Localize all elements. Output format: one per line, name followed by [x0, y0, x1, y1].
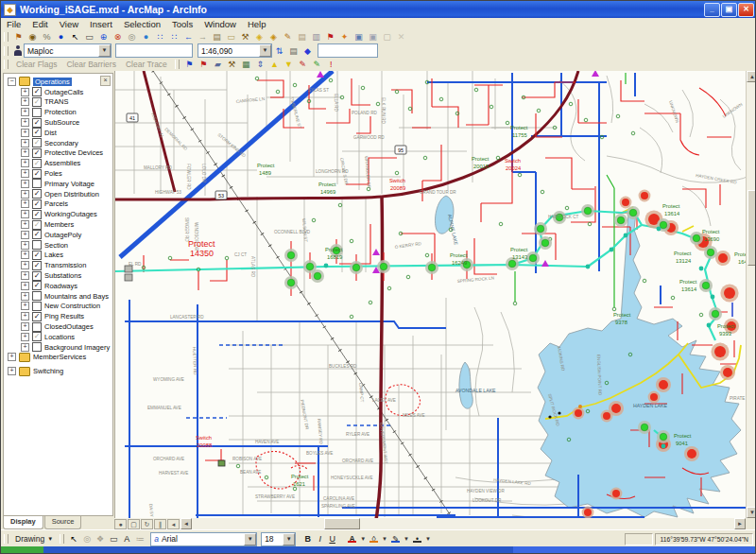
layer-label[interactable]: Members [44, 220, 74, 229]
sketch-pencil-icon[interactable]: ✎ [282, 31, 294, 43]
back-extent-icon[interactable]: ← [182, 31, 195, 43]
chevron-down-icon[interactable]: ▼ [98, 44, 111, 57]
scroll-left-extra-button[interactable]: ◂ [167, 519, 180, 529]
toolbar-grip[interactable] [4, 46, 9, 56]
layer-checkbox[interactable]: ✓ [32, 251, 42, 260]
layout-view-button[interactable]: ▢ [128, 519, 140, 529]
full-extent-icon[interactable]: ● [140, 31, 152, 43]
chevron-down-icon[interactable]: ▼ [244, 533, 256, 545]
expander-icon[interactable]: + [8, 367, 16, 375]
toc-group-switching[interactable]: +Switching [6, 366, 112, 376]
expander-icon[interactable]: + [21, 199, 29, 208]
italic-button[interactable]: I [314, 533, 326, 545]
toc-layer-outagecalls[interactable]: +✓OutageCalls [6, 87, 112, 97]
pause-drawing-button[interactable]: ∥ [154, 519, 166, 529]
scroll-down-icon[interactable]: ▼ [747, 507, 756, 518]
layer-checkbox[interactable]: ✓ [32, 148, 42, 158]
layer-label[interactable]: Mountains and Bays [44, 292, 109, 301]
minimize-button[interactable]: _ [704, 3, 720, 17]
toolbar-grip[interactable] [175, 60, 180, 69]
flash-find-icon[interactable]: ⇅ [273, 45, 285, 57]
data-view-button[interactable]: ● [114, 519, 127, 529]
effects-icon[interactable]: ✦ [338, 31, 351, 43]
font-combobox[interactable]: a Arial ▼ [150, 532, 257, 546]
trace-down-icon[interactable]: ▼ [283, 59, 295, 70]
green-pencil-icon[interactable]: ✎ [311, 59, 323, 70]
clear-trace-button[interactable]: Clear Trace [121, 60, 172, 69]
layer-label[interactable]: Primary Voltage [44, 180, 94, 188]
layer-checkbox[interactable]: ✓ [32, 261, 42, 270]
layer-checkbox[interactable]: ✓ [32, 169, 42, 179]
layer-label[interactable]: Poles [44, 169, 62, 178]
expander-icon[interactable]: + [21, 322, 29, 331]
layer-checkbox[interactable] [32, 342, 42, 352]
toc-group-label[interactable]: Operations [33, 78, 72, 86]
maximize-button[interactable]: ▣ [721, 3, 737, 17]
add-barrier-icon[interactable]: ⚑ [198, 59, 210, 70]
shape-tool-icon[interactable]: ▭ [107, 533, 120, 545]
font-color-button[interactable]: A [344, 535, 360, 543]
expander-icon[interactable]: + [21, 190, 29, 199]
menu-tools[interactable]: Tools [166, 19, 198, 29]
toc-layer-mountains-and-bays[interactable]: +Mountains and Bays [6, 291, 112, 302]
map-vertical-scrollbar[interactable]: ▲ ▼ [746, 71, 756, 518]
clip-tool-icon[interactable]: % [41, 31, 53, 43]
close-button[interactable]: ✕ [738, 3, 754, 17]
layer-checkbox[interactable] [32, 240, 42, 250]
layer-checkbox[interactable]: ✓ [32, 230, 42, 239]
layer-label[interactable]: ClosedOutages [44, 322, 94, 331]
fixed-zoom-out-icon[interactable]: ∷ [168, 31, 180, 43]
layer-checkbox[interactable]: ✓ [32, 332, 42, 341]
clear-barriers-button[interactable]: Clear Barriers [61, 60, 120, 69]
line-color-button[interactable]: ✎ [387, 535, 404, 543]
layer-label[interactable]: Locations [44, 333, 75, 341]
layer-checkbox[interactable] [32, 179, 42, 188]
hyperlink-icon[interactable]: ◈ [253, 31, 266, 43]
toolbar-grip[interactable] [4, 60, 9, 69]
layer-checkbox[interactable]: ✓ [32, 97, 42, 107]
fixed-zoom-in-icon[interactable]: ∷ [154, 31, 166, 43]
layer-label[interactable]: OutagePoly [44, 231, 81, 239]
toc-layer-background-imagery[interactable]: +Background Imagery [6, 342, 112, 353]
layer-checkbox[interactable]: ✓ [32, 220, 42, 230]
toc-layer-substations[interactable]: +✓Substations [6, 270, 112, 281]
layer-label[interactable]: Lakes [44, 251, 63, 259]
expander-icon[interactable]: + [21, 220, 29, 229]
flow-arrows-icon[interactable]: ⇕ [254, 59, 266, 70]
expander-icon[interactable]: + [21, 261, 29, 269]
menu-file[interactable]: File [1, 19, 26, 29]
menu-insert[interactable]: Insert [84, 19, 118, 29]
expander-icon[interactable]: + [21, 148, 29, 157]
layer-checkbox[interactable] [32, 302, 42, 311]
taskbar-task-edge[interactable] [513, 546, 756, 554]
tab-source[interactable]: Source [44, 516, 82, 529]
bold-button[interactable]: B [301, 533, 314, 545]
toc-layer-trans[interactable]: +✓TRANS [6, 97, 112, 108]
layer-label[interactable]: OutageCalls [44, 88, 83, 96]
style-diamond-icon[interactable]: ◆ [301, 45, 314, 57]
layer-label[interactable]: Protection [44, 108, 77, 116]
red-flag-icon[interactable]: ⚑ [324, 31, 336, 43]
expander-icon[interactable]: + [21, 169, 29, 178]
tab-display[interactable]: Display [3, 516, 43, 529]
layer-label[interactable]: Ping Results [44, 312, 84, 320]
layer-label[interactable]: Section [44, 241, 68, 250]
layer-checkbox[interactable]: ✓ [32, 271, 42, 281]
toc-layer-members[interactable]: +✓Members [6, 219, 112, 230]
layer-label[interactable]: Background Imagery [44, 343, 110, 352]
layer-checkbox[interactable]: ✓ [32, 312, 42, 321]
scroll-right-icon[interactable]: ► [734, 518, 746, 529]
select-features-icon[interactable]: ▤ [211, 31, 223, 43]
layer-checkbox[interactable]: ✓ [32, 159, 42, 168]
layer-checkbox[interactable]: ✓ [32, 138, 42, 147]
expander-icon[interactable]: + [21, 118, 29, 127]
layer-label[interactable]: Transmission [44, 261, 86, 269]
toolbar-grip[interactable] [4, 534, 9, 544]
utility-flag-tool-icon[interactable]: ⚑ [12, 31, 25, 43]
zoom-out-icon[interactable]: ⊗ [112, 31, 124, 43]
locator-combobox[interactable]: Maploc ▼ [24, 43, 112, 58]
layer-checkbox[interactable] [32, 108, 42, 117]
network-junction-icon[interactable]: ◉ [26, 31, 39, 43]
toc-layer-poles[interactable]: +✓Poles [6, 168, 112, 179]
toc-layer-subsource[interactable]: +✓SubSource [6, 117, 112, 128]
